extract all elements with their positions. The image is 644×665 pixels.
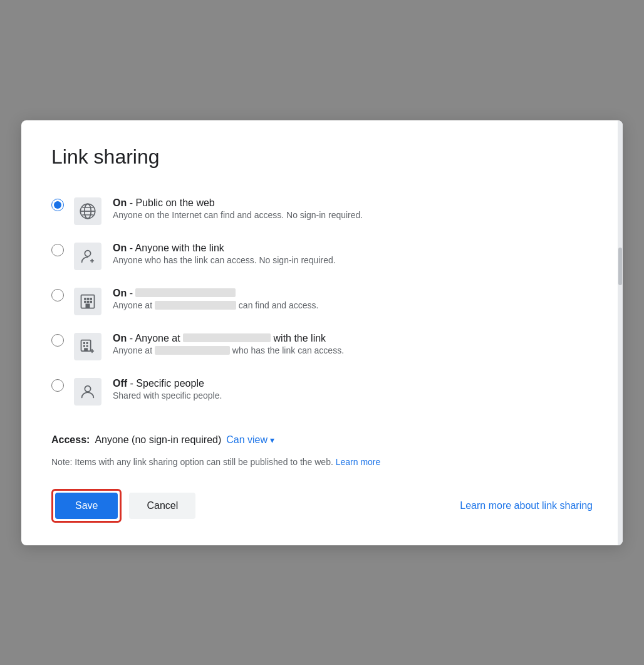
building-icon-wrap (74, 288, 101, 315)
svg-rect-11 (87, 300, 90, 303)
person-off-icon (79, 383, 96, 401)
access-label: Access: (51, 434, 90, 446)
save-button-highlight: Save (51, 489, 122, 523)
radio-wrap-org-public[interactable] (51, 289, 64, 304)
svg-rect-12 (90, 300, 93, 303)
svg-rect-19 (84, 348, 88, 351)
option-label-specific: Off - Specific people (113, 378, 222, 389)
radio-anyone-link[interactable] (51, 244, 64, 256)
option-text-public-web: On - Public on the web Anyone on the Int… (113, 197, 363, 220)
radio-specific[interactable] (51, 379, 64, 392)
note-text: Note: Items with any link sharing option… (51, 457, 333, 467)
building-link-icon (79, 338, 96, 355)
svg-rect-18 (86, 345, 88, 347)
svg-rect-17 (83, 345, 85, 347)
dialog-title: Link sharing (51, 145, 593, 169)
option-org-link[interactable]: On - Anyone at with the link Anyone at w… (51, 324, 593, 369)
svg-rect-13 (86, 303, 90, 308)
svg-rect-8 (87, 298, 90, 300)
radio-wrap-anyone-link[interactable] (51, 244, 64, 259)
learn-more-link-sharing[interactable]: Learn more about link sharing (460, 500, 593, 511)
svg-point-5 (85, 250, 90, 256)
option-anyone-link[interactable]: On - Anyone with the link Anyone who has… (51, 234, 593, 279)
chevron-down-icon: ▾ (270, 435, 274, 445)
option-desc-org-public: Anyone at can find and access. (113, 300, 318, 310)
option-desc-anyone-link: Anyone who has the link can access. No s… (113, 255, 336, 265)
building-link-icon-wrap (74, 333, 101, 360)
radio-wrap-public-web[interactable] (51, 199, 64, 214)
globe-icon (79, 202, 96, 220)
option-org-public[interactable]: On - Anyone at can find and access. (51, 279, 593, 324)
option-public-web[interactable]: On - Public on the web Anyone on the Int… (51, 189, 593, 234)
option-desc-specific: Shared with specific people. (113, 390, 222, 401)
scrollbar-thumb (618, 248, 622, 285)
option-specific-people[interactable]: Off - Specific people Shared with specif… (51, 369, 593, 414)
person-link-icon-wrap (74, 243, 101, 270)
svg-point-20 (85, 385, 90, 391)
option-label-anyone-link: On - Anyone with the link (113, 243, 336, 254)
can-view-dropdown[interactable]: Can view ▾ (226, 434, 274, 446)
access-value: Anyone (no sign-in required) (95, 434, 221, 446)
radio-org-public[interactable] (51, 289, 64, 301)
option-desc-public-web: Anyone on the Internet can find and acce… (113, 210, 363, 220)
option-desc-org-link: Anyone at who has the link can access. (113, 345, 344, 355)
save-button[interactable]: Save (55, 493, 118, 519)
svg-rect-9 (90, 298, 93, 300)
sharing-options-list: On - Public on the web Anyone on the Int… (51, 189, 593, 414)
person-off-icon-wrap (74, 378, 101, 406)
radio-wrap-specific[interactable] (51, 379, 64, 394)
person-link-icon (79, 248, 96, 265)
svg-rect-7 (84, 298, 86, 300)
radio-public-web[interactable] (51, 199, 64, 211)
note-row: Note: Items with any link sharing option… (51, 456, 593, 469)
scrollbar[interactable] (618, 120, 623, 545)
svg-rect-16 (86, 342, 88, 344)
option-text-org-public: On - Anyone at can find and access. (113, 288, 318, 310)
svg-rect-10 (84, 300, 86, 303)
option-text-org-link: On - Anyone at with the link Anyone at w… (113, 333, 344, 355)
cancel-button[interactable]: Cancel (129, 493, 195, 519)
option-label-org-public: On - (113, 288, 318, 299)
option-label-org-link: On - Anyone at with the link (113, 333, 344, 344)
option-text-specific: Off - Specific people Shared with specif… (113, 378, 222, 401)
radio-org-link[interactable] (51, 334, 64, 347)
option-text-anyone-link: On - Anyone with the link Anyone who has… (113, 243, 336, 265)
building-icon (79, 293, 96, 310)
link-sharing-dialog: Link sharing On - Public on the web (21, 120, 623, 545)
option-label-public-web: On - Public on the web (113, 197, 363, 209)
globe-icon-wrap (74, 197, 101, 225)
radio-wrap-org-link[interactable] (51, 334, 64, 349)
svg-rect-15 (83, 342, 85, 344)
can-view-label: Can view (226, 434, 267, 446)
access-row: Access: Anyone (no sign-in required) Can… (51, 434, 593, 446)
footer-row: Save Cancel Learn more about link sharin… (51, 489, 593, 523)
note-learn-more-link[interactable]: Learn more (336, 457, 381, 467)
